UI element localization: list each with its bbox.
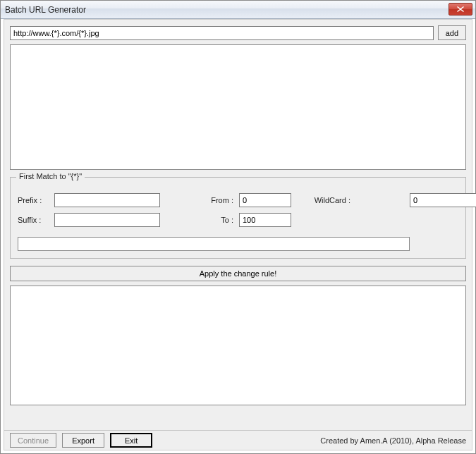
first-match-group: First Match to "{*}" Prefix : From : Wil… (10, 177, 466, 259)
prefix-label: Prefix : (18, 196, 50, 204)
apply-rule-button[interactable]: Apply the change rule! (10, 266, 466, 281)
add-button[interactable]: add (438, 25, 466, 40)
exit-button[interactable]: Exit (110, 433, 152, 448)
url-pattern-input[interactable] (10, 26, 434, 40)
url-list-pane[interactable] (10, 44, 466, 170)
to-input[interactable] (239, 213, 291, 227)
to-label: To : (211, 216, 235, 224)
from-label: From : (211, 196, 235, 204)
prefix-input[interactable] (54, 193, 160, 207)
bottom-bar: Continue Export Exit Created by Amen.A (… (4, 430, 472, 450)
rule-preview-field[interactable] (18, 237, 410, 251)
group-legend: First Match to "{*}" (16, 172, 85, 180)
group-grid: Prefix : From : WildCard : 0 Suffix : To… (18, 193, 458, 227)
credit-text: Created by Amen.A (2010), Alpha Release (320, 436, 466, 445)
wildcard-value: 0 (410, 196, 475, 204)
window-title: Batch URL Generator (5, 5, 448, 15)
continue-button[interactable]: Continue (10, 433, 56, 448)
close-icon (457, 6, 464, 12)
wildcard-select[interactable]: 0 (410, 193, 476, 207)
close-button[interactable] (448, 3, 472, 16)
url-row: add (4, 20, 472, 44)
export-button[interactable]: Export (62, 433, 104, 448)
wildcard-label: WildCard : (295, 196, 352, 204)
suffix-input[interactable] (54, 213, 160, 227)
title-bar: Batch URL Generator (1, 1, 475, 19)
from-input[interactable] (239, 193, 291, 207)
result-list-pane[interactable] (10, 286, 466, 405)
suffix-label: Suffix : (18, 216, 50, 224)
window-frame: Batch URL Generator add First Match to "… (0, 0, 476, 454)
client-area: add First Match to "{*}" Prefix : From :… (4, 19, 472, 450)
